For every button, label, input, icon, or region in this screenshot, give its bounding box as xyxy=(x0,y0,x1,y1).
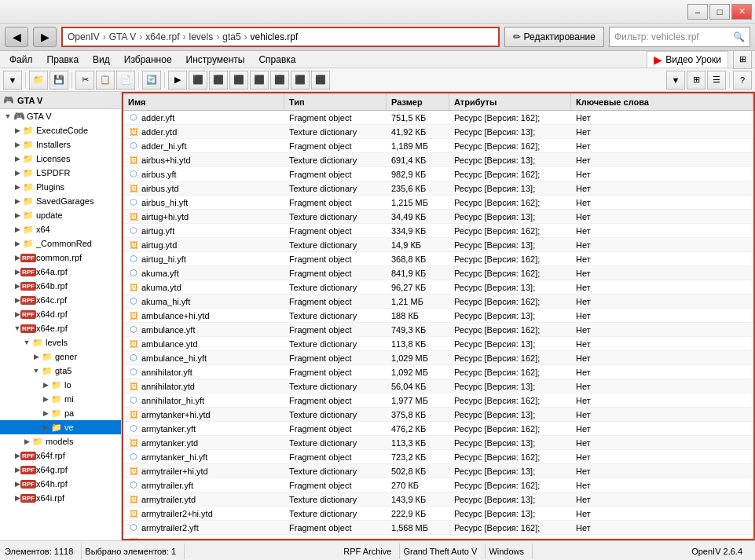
menu-favorites[interactable]: Избранное xyxy=(118,52,178,68)
table-row[interactable]: 🖼 armytanker+hi.ytd Texture dictionary 3… xyxy=(123,408,753,422)
table-row[interactable]: 🖼 armytanker.ytd Texture dictionary 113,… xyxy=(123,436,753,450)
tree-item[interactable]: ▶ 📁 gener xyxy=(0,350,121,364)
breadcrumb[interactable]: OpenIV › GTA V › x64e.rpf › levels › gta… xyxy=(61,27,500,47)
table-row[interactable]: ⬡ airtug.yft Fragment object 334,9 КБ Ре… xyxy=(123,224,753,238)
toolbar-help-button[interactable]: ? xyxy=(733,71,752,90)
breadcrumb-item-gta5[interactable]: gta5 xyxy=(222,31,240,42)
close-button[interactable]: ✕ xyxy=(731,4,752,20)
table-row[interactable]: ⬡ adder.yft Fragment object 751,5 КБ Рес… xyxy=(123,111,753,125)
col-header-size[interactable]: Размер xyxy=(387,93,449,110)
tree-item[interactable]: ▶ 📁 update xyxy=(0,208,121,222)
minimize-button[interactable]: – xyxy=(687,4,708,20)
table-row[interactable]: 🖼 armytrailer+hi.ytd Texture dictionary … xyxy=(123,464,753,478)
table-row[interactable]: ⬡ adder_hi.yft Fragment object 1,189 МБ … xyxy=(123,139,753,153)
tree-item[interactable]: ▶ 📁 LSPDFR xyxy=(0,166,121,180)
table-row[interactable]: 🖼 ambulance+hi.ytd Texture dictionary 18… xyxy=(123,309,753,323)
tree-item[interactable]: ▶ RPF x64g.rpf xyxy=(0,463,121,477)
tree-item[interactable]: ▶ RPF x64b.rpf xyxy=(0,279,121,293)
table-row[interactable]: 🖼 adder.ytd Texture dictionary 41,92 КБ … xyxy=(123,125,753,139)
table-row[interactable]: ⬡ armytrailer.yft Fragment object 270 КБ… xyxy=(123,478,753,492)
toolbar-btn-1[interactable]: ▶ xyxy=(168,71,187,90)
filter-bar[interactable]: Фильтр: vehicles.rpf 🔍 xyxy=(609,27,750,47)
forward-button[interactable]: ▶ xyxy=(33,27,57,47)
table-row[interactable]: 🖼 airbus+hi.ytd Texture dictionary 691,4… xyxy=(123,153,753,167)
toolbar-paste-button[interactable]: 📄 xyxy=(116,71,135,90)
back-button[interactable]: ◀ xyxy=(5,27,28,47)
tree-item[interactable]: ▶ 📁 Installers xyxy=(0,137,121,152)
tree-item[interactable]: ▼ 🎮 GTA V xyxy=(0,109,121,123)
breadcrumb-item-vehicles[interactable]: vehicles.rpf xyxy=(251,31,299,42)
toolbar-new-button[interactable]: ▼ xyxy=(3,71,22,90)
table-row[interactable]: 🖼 airtug+hi.ytd Texture dictionary 34,49… xyxy=(123,210,753,224)
maximize-button[interactable]: □ xyxy=(709,4,730,20)
table-row[interactable]: 🖼 airtug.ytd Texture dictionary 14,9 КБ … xyxy=(123,238,753,252)
table-row[interactable]: 🖼 armytrailer2+hi.ytd Texture dictionary… xyxy=(123,507,753,521)
tree-item[interactable]: ▶ 📁 models xyxy=(0,434,121,448)
tree-item[interactable]: ▶ RPF x64f.rpf xyxy=(0,448,121,463)
tree-item[interactable]: ▶ RPF x64h.rpf xyxy=(0,477,121,491)
menu-view[interactable]: Вид xyxy=(86,52,116,68)
col-header-attrs[interactable]: Атрибуты xyxy=(449,93,571,110)
toolbar-btn-8[interactable]: ⬛ xyxy=(311,71,330,90)
tree-item[interactable]: ▶ 📁 Licenses xyxy=(0,152,121,166)
tree-item[interactable]: ▶ RPF common.rpf xyxy=(0,251,121,265)
search-icon[interactable]: 🔍 xyxy=(733,31,745,42)
toolbar-view-btn-3[interactable]: ☰ xyxy=(707,71,726,90)
table-row[interactable]: ⬡ akuma_hi.yft Fragment object 1,21 МБ Р… xyxy=(123,295,753,309)
breadcrumb-item-gtav[interactable]: GTA V xyxy=(109,31,136,42)
tree-item[interactable]: ▼ 📁 levels xyxy=(0,335,121,350)
table-row[interactable]: 🖼 armytrailer.ytd Texture dictionary 143… xyxy=(123,492,753,507)
table-row[interactable]: ⬡ akuma.yft Fragment object 841,9 КБ Рес… xyxy=(123,266,753,280)
table-row[interactable]: ⬡ airbus_hi.yft Fragment object 1,215 МБ… xyxy=(123,196,753,210)
col-header-name[interactable]: Имя xyxy=(123,93,284,110)
table-row[interactable]: 🖼 akuma.ytd Texture dictionary 96,27 КБ … xyxy=(123,280,753,295)
table-row[interactable]: 🖼 annihilator.ytd Texture dictionary 56,… xyxy=(123,379,753,393)
toolbar-btn-7[interactable]: ⬛ xyxy=(291,71,310,90)
tree-item[interactable]: ▼ RPF x64e.rpf xyxy=(0,321,121,335)
menu-tools[interactable]: Инструменты xyxy=(180,52,251,68)
toolbar-copy-button[interactable]: 📋 xyxy=(96,71,115,90)
breadcrumb-item-x64e[interactable]: x64e.rpf xyxy=(145,31,179,42)
table-row[interactable]: ⬡ airbus.yft Fragment object 982,9 КБ Ре… xyxy=(123,167,753,181)
table-row[interactable]: 🖼 armytrailer2.ytd Texture dictionary 11… xyxy=(123,535,753,539)
table-row[interactable]: ⬡ airtug_hi.yft Fragment object 368,8 КБ… xyxy=(123,252,753,266)
breadcrumb-item-levels[interactable]: levels xyxy=(189,31,214,42)
table-row[interactable]: ⬡ ambulance.yft Fragment object 749,3 КБ… xyxy=(123,323,753,337)
tree-item[interactable]: ▶ 📁 x64 xyxy=(0,222,121,236)
tree-item[interactable]: ▶ 📁 SavedGarages xyxy=(0,194,121,208)
toolbar-cut-button[interactable]: ✂ xyxy=(75,71,94,90)
table-row[interactable]: ⬡ annihilator.yft Fragment object 1,092 … xyxy=(123,365,753,379)
table-row[interactable]: ⬡ armytanker.yft Fragment object 476,2 К… xyxy=(123,422,753,436)
tree-item[interactable]: ▶ 📁 ve xyxy=(0,420,121,434)
table-row[interactable]: 🖼 ambulance.ytd Texture dictionary 113,8… xyxy=(123,337,753,351)
table-row[interactable]: 🖼 airbus.ytd Texture dictionary 235,6 КБ… xyxy=(123,181,753,196)
tree-item[interactable]: ▶ RPF x64a.rpf xyxy=(0,265,121,279)
tree-item[interactable]: ▶ RPF x64d.rpf xyxy=(0,307,121,321)
toolbar-btn-5[interactable]: ⬛ xyxy=(250,71,269,90)
toolbar-btn-6[interactable]: ⬛ xyxy=(270,71,289,90)
menu-help[interactable]: Справка xyxy=(252,52,302,68)
tree-item[interactable]: ▶ 📁 pa xyxy=(0,406,121,420)
sidebar-toggle-button[interactable]: ⊞ xyxy=(733,50,752,69)
tree-item[interactable]: ▼ 📁 gta5 xyxy=(0,364,121,378)
toolbar-save-button[interactable]: 💾 xyxy=(49,71,68,90)
toolbar-btn-2[interactable]: ⬛ xyxy=(189,71,207,90)
video-lessons-button[interactable]: ▶ Видео Уроки xyxy=(647,51,728,68)
tree-item[interactable]: ▶ 📁 lo xyxy=(0,378,121,392)
toolbar-view-btn-2[interactable]: ⊞ xyxy=(687,71,706,90)
table-row[interactable]: ⬡ armytrailer2.yft Fragment object 1,568… xyxy=(123,521,753,535)
menu-edit[interactable]: Правка xyxy=(41,52,86,68)
toolbar-view-btn-1[interactable]: ▼ xyxy=(666,71,685,90)
table-row[interactable]: ⬡ annihilator_hi.yft Fragment object 1,9… xyxy=(123,393,753,408)
tree-item[interactable]: ▶ 📁 Plugins xyxy=(0,180,121,194)
toolbar-btn-4[interactable]: ⬛ xyxy=(229,71,248,90)
toolbar-btn-3[interactable]: ⬛ xyxy=(209,71,228,90)
toolbar-refresh-button[interactable]: 🔄 xyxy=(142,71,161,90)
tree-item[interactable]: ▶ 📁 ExecuteCode xyxy=(0,123,121,137)
toolbar-open-button[interactable]: 📁 xyxy=(29,71,48,90)
tree-item[interactable]: ▶ 📁 mi xyxy=(0,392,121,406)
col-header-type[interactable]: Тип xyxy=(284,93,387,110)
edit-button[interactable]: ✏ Редактирование xyxy=(504,27,604,47)
col-header-keywords[interactable]: Ключевые слова xyxy=(571,93,753,110)
tree-item[interactable]: ▶ RPF x64i.rpf xyxy=(0,491,121,505)
